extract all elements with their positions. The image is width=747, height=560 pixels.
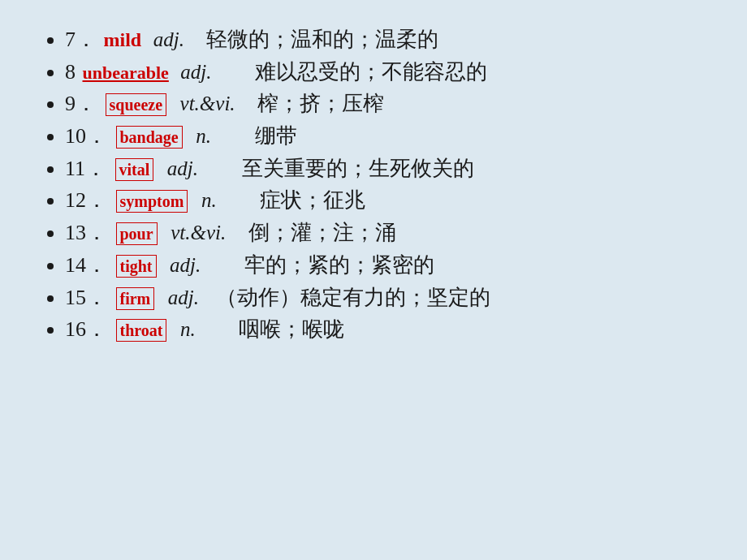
vocab-word: throat bbox=[116, 319, 167, 342]
meaning: 咽喉；喉咙 bbox=[207, 317, 344, 341]
item-number: 9． bbox=[65, 92, 97, 115]
part-of-speech: vt.&vi. bbox=[180, 93, 235, 114]
part-of-speech: adj. bbox=[153, 28, 184, 50]
vocabulary-list: 7． mild adj. 轻微的；温和的；温柔的 8 unbearable ad… bbox=[41, 24, 706, 347]
vocab-word: vital bbox=[115, 158, 154, 181]
item-number: 16． bbox=[65, 317, 107, 341]
item-number: 14． bbox=[65, 253, 107, 277]
meaning: 症状；征兆 bbox=[228, 188, 365, 212]
vocab-word: tight bbox=[116, 255, 157, 278]
item-number: 13． bbox=[65, 221, 107, 244]
list-item: 10． bandage n. 绷带 bbox=[65, 121, 706, 152]
meaning: 轻微的；温和的；温柔的 bbox=[196, 28, 438, 51]
part-of-speech: adj. bbox=[168, 286, 199, 308]
part-of-speech: adj. bbox=[180, 61, 211, 83]
part-of-speech: n. bbox=[196, 125, 211, 147]
meaning: 难以忍受的；不能容忍的 bbox=[223, 60, 487, 84]
meaning: 绷带 bbox=[223, 124, 297, 148]
vocab-word: pour bbox=[116, 222, 158, 245]
list-item: 11． vital adj. 至关重要的；生死攸关的 bbox=[65, 153, 706, 184]
item-number: 15． bbox=[65, 286, 107, 309]
meaning: 至关重要的；生死攸关的 bbox=[210, 157, 474, 180]
list-item: 13． pour vt.&vi. 倒；灌；注；涌 bbox=[65, 218, 706, 248]
item-number: 12． bbox=[65, 188, 107, 212]
list-item: 8 unbearable adj. 难以忍受的；不能容忍的 bbox=[65, 57, 706, 88]
vocab-word: symptom bbox=[116, 190, 188, 213]
item-number: 7． bbox=[65, 28, 97, 51]
meaning: 榨；挤；压榨 bbox=[247, 92, 384, 115]
item-number: 11． bbox=[65, 157, 106, 180]
list-item: 15． firm adj. （动作）稳定有力的；坚定的 bbox=[65, 282, 706, 313]
list-item: 14． tight adj. 牢的；紧的；紧密的 bbox=[65, 250, 706, 281]
list-item: 16． throat n. 咽喉；喉咙 bbox=[65, 314, 706, 345]
part-of-speech: n. bbox=[180, 318, 196, 340]
item-number: 10． bbox=[65, 124, 107, 148]
vocab-word: squeeze bbox=[106, 93, 167, 116]
vocab-word: bandage bbox=[116, 126, 183, 149]
meaning: 倒；灌；注；涌 bbox=[238, 221, 396, 244]
list-item: 9． squeeze vt.&vi. 榨；挤；压榨 bbox=[65, 88, 706, 119]
part-of-speech: n. bbox=[201, 189, 217, 211]
part-of-speech: adj. bbox=[170, 254, 201, 276]
part-of-speech: vt.&vi. bbox=[171, 222, 226, 243]
meaning: （动作）稳定有力的；坚定的 bbox=[210, 286, 490, 309]
meaning: 牢的；紧的；紧密的 bbox=[213, 253, 434, 277]
part-of-speech: adj. bbox=[167, 157, 198, 179]
vocab-word: firm bbox=[116, 287, 155, 310]
list-item: 7． mild adj. 轻微的；温和的；温柔的 bbox=[65, 24, 706, 55]
item-number: 8 bbox=[65, 60, 76, 84]
list-item: 12． symptom n. 症状；征兆 bbox=[65, 185, 706, 216]
vocab-word: unbearable bbox=[83, 62, 169, 83]
vocab-word: mild bbox=[104, 29, 142, 50]
